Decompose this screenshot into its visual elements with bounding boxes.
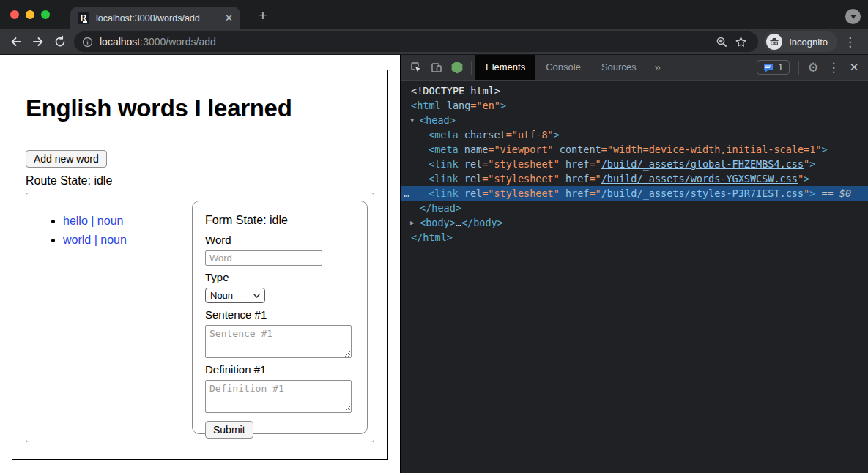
sentence-textarea[interactable] [205,325,352,358]
words-panel: hello | nounworld | noun Form State: idl… [26,193,374,442]
node-menu-dots-icon[interactable]: … [404,186,409,201]
code-token: href [560,173,590,185]
code-token: ="en" [470,100,500,111]
disclosure-expanded-icon[interactable]: ▼ [410,113,414,127]
code-token: content [554,144,601,155]
devtools-tab-elements[interactable]: Elements [475,55,535,80]
minimize-window-icon[interactable] [26,10,34,19]
browser-tab[interactable]: R localhost:3000/words/add ✕ [70,7,240,29]
zoom-level-button[interactable] [712,32,731,51]
code-token: > [804,173,809,185]
inspect-element-button[interactable] [406,57,426,78]
code-token: > [500,100,506,111]
dom-node-row[interactable]: <link rel="stylesheet" href="/build/_ass… [401,157,868,171]
add-word-form: Form State: idle Word Type Noun Sentence… [192,201,368,434]
code-token: </body> [461,217,503,228]
code-token: </head> [420,202,461,214]
code-token: /build/_assets/styles-P3R7IEST.css [601,187,804,199]
new-tab-button[interactable]: + [253,6,273,26]
extension-button[interactable] [447,57,467,78]
bookmark-button[interactable] [731,32,750,51]
dom-node-row[interactable]: ▶<body>…</body> [401,215,868,230]
dom-node-row[interactable]: <html lang="en"> [401,98,868,113]
browser-menu-button[interactable]: ⋮ [837,34,863,50]
code-token: ="utf-8" [506,129,554,141]
url-path: :3000/words/add [140,36,216,48]
url-host: localhost [100,36,140,48]
word-link[interactable]: hello | noun [63,215,123,227]
address-bar[interactable]: localhost:3000/words/add [74,31,758,52]
url-text[interactable]: localhost:3000/words/add [100,36,712,48]
device-toolbar-button[interactable] [426,57,447,78]
forward-button[interactable] [27,31,49,53]
dom-node-row[interactable]: …<link rel="stylesheet" href="/build/_as… [401,186,868,201]
code-token: <link [429,158,459,170]
dom-node-row[interactable]: ▼<head> [401,113,868,127]
maximize-window-icon[interactable] [41,10,50,19]
dom-node-row[interactable]: <meta charset="utf-8"> [401,127,868,142]
devtools-panel: ElementsConsoleSources » 1 ⚙ ⋮ ✕ [400,55,868,473]
page-info-icon[interactable] [82,37,93,48]
tab-strip: R localhost:3000/words/add ✕ + [0,0,868,29]
browser-window: R localhost:3000/words/add ✕ + [0,0,868,473]
more-tabs-button[interactable]: » [647,55,669,80]
remix-favicon-icon: R [78,12,89,24]
incognito-icon [766,34,782,50]
devtools-close-button[interactable]: ✕ [844,57,864,78]
type-select-value: Noun [210,290,233,301]
page-title: English words I learned [26,94,374,122]
devtools-tab-console[interactable]: Console [535,55,591,80]
toolbar-divider [471,61,472,75]
issues-button[interactable]: 1 [757,60,790,75]
code-token: lang [441,100,471,111]
dom-tree: <!DOCTYPE html><html lang="en">▼<head><m… [401,81,868,473]
code-token: ="viewport" [488,144,553,155]
word-link[interactable]: world | noun [63,234,127,246]
code-token: </html> [411,231,453,243]
dom-node-row[interactable]: <!DOCTYPE html> [401,83,868,98]
word-field-label: Word [205,234,355,246]
type-field-label: Type [205,271,355,283]
code-token: > [554,129,560,141]
close-window-icon[interactable] [10,10,19,19]
code-token: <meta [429,144,459,155]
node-hexagon-icon [451,62,463,74]
issues-count: 1 [778,62,783,72]
inspect-cursor-icon [409,61,423,74]
web-page: English words I learned Add new word Rou… [0,55,400,473]
code-token: /build/_assets/global-FHZEMBS4.css [601,158,804,170]
code-token: <head> [420,114,456,126]
code-token: " [798,173,804,185]
code-token: <body> [420,217,456,228]
tab-title: localhost:3000/words/add [96,13,220,23]
issues-bubble-icon [763,63,774,72]
toolbar-divider [798,61,799,75]
back-button[interactable] [5,31,27,53]
word-input[interactable] [205,250,322,266]
browser-toolbar: localhost:3000/words/add [0,29,868,55]
add-new-word-button[interactable]: Add new word [26,150,107,168]
reload-button[interactable] [49,31,71,53]
zoom-in-icon [716,36,728,48]
tab-close-icon[interactable]: ✕ [225,13,233,23]
sentence-field-label: Sentence #1 [205,308,355,321]
dom-node-row[interactable]: </html> [401,230,868,245]
definition-textarea[interactable] [205,380,352,413]
dom-node-row[interactable]: <meta name="viewport" content="width=dev… [401,142,868,157]
code-token: <link [429,187,459,199]
code-token: ="stylesheet" [482,187,560,199]
devtools-menu-button[interactable]: ⋮ [823,57,844,78]
code-token: <!DOCTYPE html> [411,85,500,97]
chevron-down-icon [253,294,260,298]
dom-node-row[interactable]: <link rel="stylesheet" href="/build/_ass… [401,171,868,186]
devtools-tab-sources[interactable]: Sources [591,55,647,80]
type-select[interactable]: Noun [205,288,265,303]
submit-button[interactable]: Submit [205,421,253,439]
forward-arrow-icon [31,35,45,48]
devtools-settings-button[interactable]: ⚙ [803,57,823,78]
tab-search-button[interactable] [845,9,861,24]
dom-node-row[interactable]: </head> [401,201,868,215]
back-arrow-icon [10,35,23,48]
code-token: ="stylesheet" [482,173,560,185]
disclosure-collapsed-icon[interactable]: ▶ [410,215,414,230]
